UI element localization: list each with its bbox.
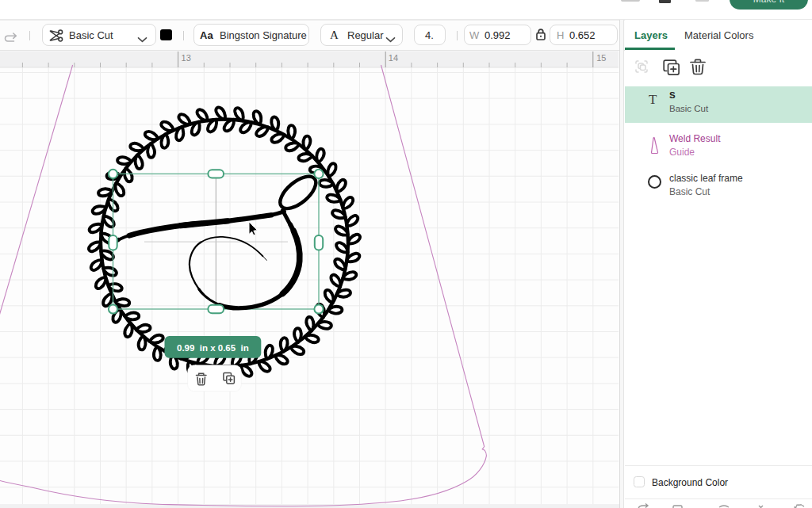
svg-text:13: 13 (182, 53, 191, 63)
svg-text:14: 14 (389, 53, 398, 63)
svg-text:15: 15 (596, 53, 606, 63)
svg-text:0.99 in x 0.65 in: 0.99 in x 0.65 in (177, 343, 249, 353)
